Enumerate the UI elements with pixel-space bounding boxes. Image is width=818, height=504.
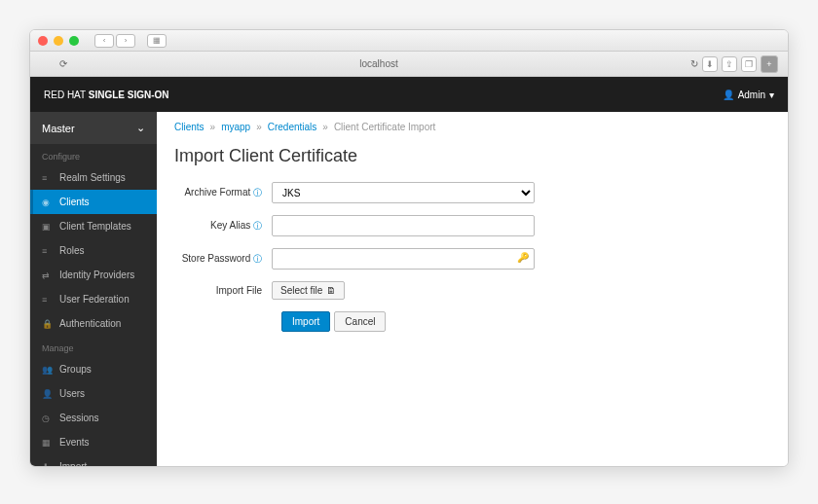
sidebar-item-user-federation[interactable]: ≡User Federation bbox=[30, 287, 157, 311]
sidebar-section-configure: Configure bbox=[30, 144, 157, 165]
sidebar-item-events[interactable]: ▦Events bbox=[30, 430, 157, 454]
new-tab-button[interactable]: + bbox=[761, 55, 778, 73]
password-key-icon[interactable]: 🔑 bbox=[517, 252, 529, 263]
sidebar-item-users[interactable]: 👤Users bbox=[30, 381, 157, 406]
sidebar-section-manage: Manage bbox=[30, 336, 157, 357]
sidebar-item-client-templates[interactable]: ▣Client Templates bbox=[30, 214, 157, 238]
breadcrumb-current: Client Certificate Import bbox=[334, 122, 435, 132]
chevron-down-icon: ▾ bbox=[769, 90, 774, 100]
app-header: RED HAT SINGLE SIGN-ON 👤 Admin ▾ bbox=[30, 77, 788, 112]
import-icon: ⬇ bbox=[42, 462, 52, 467]
help-icon[interactable]: ⓘ bbox=[253, 221, 262, 231]
archive-format-label: Archive Format ⓘ bbox=[174, 187, 272, 199]
breadcrumb: Clients» myapp» Credentials» Client Cert… bbox=[174, 122, 770, 132]
template-icon: ▣ bbox=[42, 222, 52, 232]
breadcrumb-clients[interactable]: Clients bbox=[174, 122, 204, 132]
sidebar: Master ⌄ Configure ≡Realm Settings ◉Clie… bbox=[30, 112, 157, 466]
download-icon[interactable]: ⬇ bbox=[702, 56, 718, 72]
brand-logo: RED HAT SINGLE SIGN-ON bbox=[44, 90, 169, 100]
roles-icon: ≡ bbox=[42, 246, 52, 256]
groups-icon: 👥 bbox=[42, 365, 52, 375]
reload-icon[interactable]: ⟳ bbox=[59, 58, 67, 69]
realm-selector[interactable]: Master ⌄ bbox=[30, 112, 157, 144]
key-alias-label: Key Alias ⓘ bbox=[174, 220, 272, 233]
identity-icon: ⇄ bbox=[42, 270, 52, 280]
sidebar-item-groups[interactable]: 👥Groups bbox=[30, 357, 157, 381]
cancel-button[interactable]: Cancel bbox=[334, 311, 386, 332]
tabs-button[interactable]: ▦ bbox=[147, 34, 167, 48]
tabs-icon[interactable]: ❐ bbox=[741, 56, 757, 72]
store-password-input[interactable] bbox=[272, 248, 535, 270]
sidebar-item-realm-settings[interactable]: ≡Realm Settings bbox=[30, 165, 157, 190]
import-file-label: Import File bbox=[174, 285, 272, 296]
federation-icon: ≡ bbox=[42, 295, 52, 305]
close-window-button[interactable] bbox=[38, 36, 48, 46]
file-icon: 🗎 bbox=[326, 285, 336, 296]
sidebar-item-identity-providers[interactable]: ⇄Identity Providers bbox=[30, 263, 157, 287]
import-button[interactable]: Import bbox=[281, 311, 330, 332]
user-icon: 👤 bbox=[723, 90, 734, 100]
archive-format-select[interactable]: JKS bbox=[272, 182, 535, 203]
breadcrumb-credentials[interactable]: Credentials bbox=[268, 122, 317, 132]
key-alias-input[interactable] bbox=[272, 215, 535, 236]
help-icon[interactable]: ⓘ bbox=[253, 254, 262, 264]
refresh-icon[interactable]: ↻ bbox=[690, 58, 698, 69]
clock-icon: ◷ bbox=[42, 414, 52, 423]
sidebar-item-import[interactable]: ⬇Import bbox=[30, 454, 157, 466]
url-display[interactable]: localhost bbox=[67, 58, 690, 69]
help-icon[interactable]: ⓘ bbox=[253, 188, 262, 198]
sliders-icon: ≡ bbox=[42, 173, 52, 183]
globe-icon: ◉ bbox=[42, 198, 52, 207]
sidebar-item-roles[interactable]: ≡Roles bbox=[30, 238, 157, 263]
lock-icon: 🔒 bbox=[42, 319, 52, 329]
page-title: Import Client Certificate bbox=[174, 146, 770, 166]
user-menu[interactable]: 👤 Admin ▾ bbox=[723, 90, 774, 100]
maximize-window-button[interactable] bbox=[69, 36, 79, 46]
back-button[interactable]: ‹ bbox=[94, 34, 114, 48]
store-password-label: Store Password ⓘ bbox=[174, 253, 272, 266]
main-content: Clients» myapp» Credentials» Client Cert… bbox=[157, 112, 788, 466]
share-icon[interactable]: ⇪ bbox=[722, 56, 737, 72]
sidebar-item-clients[interactable]: ◉Clients bbox=[30, 190, 157, 214]
calendar-icon: ▦ bbox=[42, 438, 52, 448]
address-bar: ⟳ localhost ↻ ⬇ ⇪ ❐ + bbox=[30, 52, 788, 77]
user-icon: 👤 bbox=[42, 389, 52, 399]
select-file-button[interactable]: Select file 🗎 bbox=[272, 281, 345, 300]
breadcrumb-myapp[interactable]: myapp bbox=[221, 122, 250, 132]
sidebar-item-authentication[interactable]: 🔒Authentication bbox=[30, 311, 157, 336]
sidebar-item-sessions[interactable]: ◷Sessions bbox=[30, 406, 157, 430]
chevron-down-icon: ⌄ bbox=[136, 122, 145, 134]
window-titlebar: ‹ › ▦ bbox=[30, 30, 788, 52]
minimize-window-button[interactable] bbox=[54, 36, 63, 46]
forward-button[interactable]: › bbox=[116, 34, 135, 48]
